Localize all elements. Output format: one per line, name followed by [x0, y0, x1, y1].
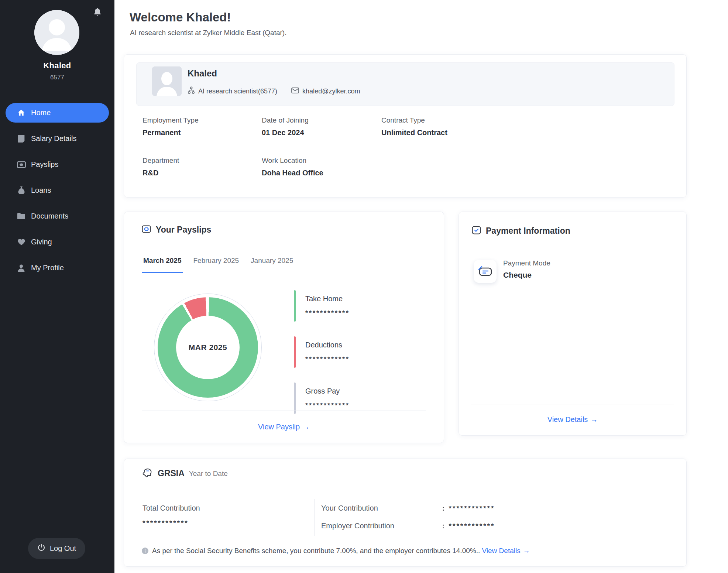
legend-masked-value: ************	[305, 309, 350, 317]
sidebar-item-giving[interactable]: Giving	[6, 232, 109, 252]
employee-role-item: AI research scientist(6577)	[188, 86, 277, 96]
page-subtitle: AI research scientist at Zylker Middle E…	[130, 29, 286, 37]
legend-masked-value: ************	[305, 402, 350, 409]
sidebar-item-label: Home	[31, 109, 51, 117]
total-contribution-value: ************	[142, 519, 189, 527]
arrow-right-icon: →	[302, 423, 310, 431]
sidebar-item-loans[interactable]: Loans	[6, 181, 109, 200]
legend-bar-red	[294, 336, 296, 368]
payment-information-card: Payment Information Payment Mode Cheque …	[459, 212, 687, 436]
field-work-location: Work Location Doha Head Office	[262, 157, 323, 177]
sidebar-user-id: 6577	[0, 74, 114, 81]
tab-february-2025[interactable]: February 2025	[192, 257, 241, 273]
view-payslip-link[interactable]: View Payslip→	[124, 423, 444, 431]
payment-card-title: Payment Information	[486, 226, 570, 236]
sidebar-avatar	[34, 10, 79, 55]
money-bag-icon	[17, 186, 26, 195]
payslip-donut-chart: MAR 2025	[158, 297, 258, 398]
grsia-note-text: As per the Social Security Benefits sche…	[152, 547, 480, 555]
sidebar-item-my-profile[interactable]: My Profile	[6, 258, 109, 278]
salary-document-icon	[17, 134, 26, 143]
employee-email-item: khaled@zylker.com	[291, 88, 360, 95]
grsia-card: GRSIA Year to Date Total Contribution **…	[124, 459, 687, 567]
field-value: Doha Head Office	[262, 169, 323, 177]
payment-mode-label: Payment Mode	[503, 259, 550, 267]
person-icon	[17, 263, 26, 272]
tab-january-2025[interactable]: January 2025	[249, 257, 295, 273]
power-icon	[37, 543, 45, 553]
field-label: Department	[142, 157, 179, 165]
donut-center-label: MAR 2025	[176, 316, 240, 379]
field-value: Unlimited Contract	[381, 128, 447, 137]
grsia-vertical-divider	[314, 499, 315, 536]
page-title: Welcome Khaled!	[130, 10, 231, 24]
legend-label: Take Home	[305, 295, 350, 303]
main-content: Welcome Khaled! AI research scientist at…	[114, 0, 728, 573]
payment-check-icon	[472, 226, 481, 236]
employee-email: khaled@zylker.com	[302, 88, 360, 95]
employee-avatar	[152, 66, 182, 96]
field-label: Employment Type	[142, 116, 199, 124]
legend-masked-value: ************	[305, 356, 350, 363]
notification-bell-icon[interactable]	[93, 7, 102, 17]
piggy-bank-icon	[142, 468, 153, 479]
legend-gross-pay: Gross Pay ************	[294, 382, 350, 414]
cheque-icon-tile	[474, 260, 497, 283]
logout-label: Log Out	[50, 544, 76, 553]
email-icon	[291, 88, 299, 95]
field-employment-type: Employment Type Permanent	[142, 116, 199, 137]
tab-march-2025[interactable]: March 2025	[142, 257, 183, 273]
grsia-title: GRSIA	[158, 469, 185, 478]
legend-deductions: Deductions ************	[294, 336, 350, 368]
sidebar-item-salary-details[interactable]: Salary Details	[6, 129, 109, 148]
sidebar-item-label: Loans	[31, 186, 51, 195]
employee-profile-card: Khaled AI research scientist(6577) khale…	[124, 54, 687, 198]
sidebar: Khaled 6577 Home Salary Details Payslips…	[0, 0, 114, 573]
employer-contribution-value: : ************	[442, 522, 495, 530]
your-contribution-label: Your Contribution	[321, 504, 378, 512]
sidebar-item-documents[interactable]: Documents	[6, 206, 109, 226]
employee-name: Khaled	[188, 68, 217, 79]
field-value: Permanent	[142, 128, 199, 137]
payslip-legend: Take Home ************ Deductions ******…	[294, 290, 350, 429]
payslips-cash-icon	[17, 160, 26, 169]
logout-button[interactable]: Log Out	[28, 538, 85, 559]
legend-take-home: Take Home ************	[294, 290, 350, 322]
grsia-view-details-link[interactable]: View Details→	[482, 547, 530, 555]
field-value: R&D	[142, 169, 179, 177]
sidebar-item-label: Salary Details	[31, 134, 76, 143]
field-label: Date of Joining	[262, 116, 309, 124]
legend-label: Deductions	[305, 341, 350, 349]
payslips-card: Your Payslips March 2025 February 2025 J…	[124, 212, 444, 443]
info-icon	[142, 548, 148, 556]
sidebar-user-name: Khaled	[0, 61, 114, 71]
sidebar-item-payslips[interactable]: Payslips	[6, 155, 109, 174]
employee-banner: Khaled AI research scientist(6577) khale…	[136, 62, 674, 106]
field-contract-type: Contract Type Unlimited Contract	[381, 116, 447, 137]
grsia-note: As per the Social Security Benefits sche…	[142, 547, 530, 556]
arrow-right-icon: →	[523, 547, 530, 555]
sidebar-item-label: Giving	[31, 238, 52, 246]
sidebar-item-home[interactable]: Home	[6, 103, 109, 123]
employer-contribution-label: Employer Contribution	[321, 522, 394, 530]
field-label: Work Location	[262, 157, 323, 165]
grsia-subtitle: Year to Date	[189, 470, 228, 478]
payslip-cash-icon	[142, 224, 151, 235]
legend-bar-green	[294, 290, 296, 322]
payment-mode-value: Cheque	[503, 271, 532, 279]
sidebar-item-label: My Profile	[31, 264, 64, 272]
payment-view-details-link[interactable]: View Details→	[459, 415, 686, 424]
total-contribution-label: Total Contribution	[142, 504, 200, 512]
field-department: Department R&D	[142, 157, 179, 177]
employee-role: AI research scientist(6577)	[198, 88, 277, 95]
payslip-month-tabs: March 2025 February 2025 January 2025	[142, 257, 426, 273]
sidebar-item-label: Documents	[31, 212, 68, 220]
heart-icon	[17, 237, 26, 247]
home-icon	[17, 108, 26, 117]
sidebar-item-label: Payslips	[31, 160, 58, 169]
field-date-of-joining: Date of Joining 01 Dec 2024	[262, 116, 309, 137]
folder-icon	[17, 212, 26, 221]
field-label: Contract Type	[381, 116, 447, 124]
field-value: 01 Dec 2024	[262, 128, 309, 137]
payslips-card-title: Your Payslips	[156, 225, 211, 235]
